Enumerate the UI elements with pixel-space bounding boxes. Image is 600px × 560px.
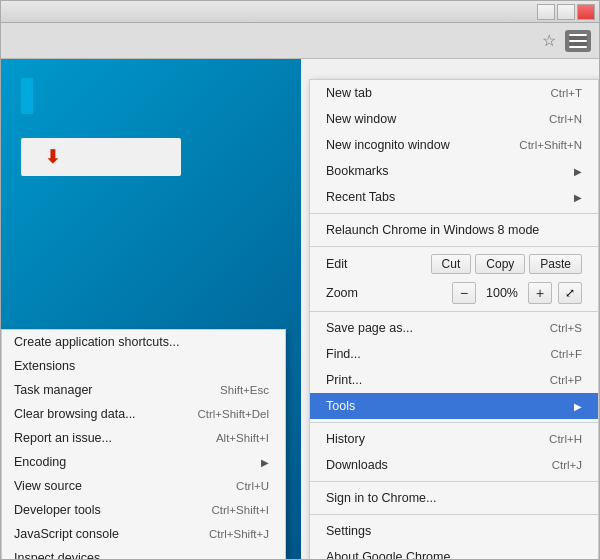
menu-item-shortcut-print: Ctrl+P — [550, 374, 582, 386]
ad-headline — [21, 79, 281, 114]
browser-window: ☆ ⬇ SAAP — [0, 0, 600, 560]
menu-item-bookmarks[interactable]: Bookmarks — [310, 158, 598, 184]
submenu-shortcut-2: Shift+Esc — [220, 384, 269, 396]
submenu-shortcut-8: Ctrl+Shift+J — [209, 528, 269, 540]
submenu-shortcut-4: Alt+Shift+I — [216, 432, 269, 444]
menu-separator-sep6 — [310, 514, 598, 515]
submenu-label-2: Task manager — [14, 383, 93, 397]
submenu-item-7[interactable]: Developer toolsCtrl+Shift+I — [2, 498, 285, 522]
hamburger-icon — [569, 34, 587, 48]
title-bar — [1, 1, 599, 23]
menu-item-label-recent-tabs: Recent Tabs — [326, 190, 395, 204]
menu-item-save-page[interactable]: Save page as...Ctrl+S — [310, 315, 598, 341]
edit-label: Edit — [326, 257, 348, 271]
submenu-item-4[interactable]: Report an issue...Alt+Shift+I — [2, 426, 285, 450]
menu-item-shortcut-history: Ctrl+H — [549, 433, 582, 445]
submenu-shortcut-6: Ctrl+U — [236, 480, 269, 492]
submenu-item-3[interactable]: Clear browsing data...Ctrl+Shift+Del — [2, 402, 285, 426]
chrome-main-menu: New tabCtrl+TNew windowCtrl+NNew incogni… — [309, 79, 599, 559]
menu-item-label-bookmarks: Bookmarks — [326, 164, 389, 178]
bookmark-star-icon[interactable]: ☆ — [539, 31, 559, 51]
content-area: ⬇ SAAP Create application shortcuts...Ex… — [1, 59, 599, 559]
submenu-item-0[interactable]: Create application shortcuts... — [2, 330, 285, 354]
submenu-item-6[interactable]: View sourceCtrl+U — [2, 474, 285, 498]
menu-item-label-new-tab: New tab — [326, 86, 372, 100]
submenu-label-6: View source — [14, 479, 82, 493]
restore-button[interactable] — [557, 4, 575, 20]
menu-item-shortcut-find: Ctrl+F — [550, 348, 582, 360]
menu-item-new-window[interactable]: New windowCtrl+N — [310, 106, 598, 132]
submenu-label-9: Inspect devices — [14, 551, 100, 559]
menu-item-label-history: History — [326, 432, 365, 446]
submenu-label-3: Clear browsing data... — [14, 407, 136, 421]
menu-item-shortcut-new-window: Ctrl+N — [549, 113, 582, 125]
menu-item-recent-tabs[interactable]: Recent Tabs — [310, 184, 598, 210]
menu-item-label-downloads: Downloads — [326, 458, 388, 472]
submenu-label-0: Create application shortcuts... — [14, 335, 179, 349]
edit-row: EditCutCopyPaste — [310, 250, 598, 278]
minimize-button[interactable] — [537, 4, 555, 20]
menu-item-label-sign-in: Sign in to Chrome... — [326, 491, 436, 505]
cut-button[interactable]: Cut — [431, 254, 472, 274]
menu-item-label-relaunch: Relaunch Chrome in Windows 8 mode — [326, 223, 539, 237]
download-button[interactable]: ⬇ — [21, 138, 181, 176]
submenu-label-5: Encoding — [14, 455, 66, 469]
menu-line-2 — [569, 40, 587, 42]
zoom-row: Zoom−100%+⤢ — [310, 278, 598, 308]
menu-item-label-tools: Tools — [326, 399, 355, 413]
download-arrow-icon: ⬇ — [45, 146, 60, 168]
submenu-item-list: Create application shortcuts...Extension… — [2, 330, 285, 559]
copy-button[interactable]: Copy — [475, 254, 525, 274]
menu-separator-sep5 — [310, 481, 598, 482]
submenu-label-8: JavaScript console — [14, 527, 119, 541]
menu-item-label-find: Find... — [326, 347, 361, 361]
edit-buttons: CutCopyPaste — [431, 254, 582, 274]
zoom-value: 100% — [482, 286, 522, 300]
menu-item-label-new-incognito: New incognito window — [326, 138, 450, 152]
menu-item-history[interactable]: HistoryCtrl+H — [310, 426, 598, 452]
menu-item-sign-in[interactable]: Sign in to Chrome... — [310, 485, 598, 511]
zoom-minus-button[interactable]: − — [452, 282, 476, 304]
submenu-item-9[interactable]: Inspect devices — [2, 546, 285, 559]
submenu-shortcut-3: Ctrl+Shift+Del — [197, 408, 269, 420]
tools-submenu: Create application shortcuts...Extension… — [1, 329, 286, 559]
menu-item-label-save-page: Save page as... — [326, 321, 413, 335]
paste-button[interactable]: Paste — [529, 254, 582, 274]
menu-item-label-about: About Google Chrome — [326, 550, 450, 559]
fullscreen-button[interactable]: ⤢ — [558, 282, 582, 304]
menu-line-1 — [569, 34, 587, 36]
menu-item-find[interactable]: Find...Ctrl+F — [310, 341, 598, 367]
submenu-item-5[interactable]: Encoding — [2, 450, 285, 474]
chrome-menu-button[interactable] — [565, 30, 591, 52]
menu-item-list: New tabCtrl+TNew windowCtrl+NNew incogni… — [310, 80, 598, 559]
submenu-label-4: Report an issue... — [14, 431, 112, 445]
close-button[interactable] — [577, 4, 595, 20]
menu-line-3 — [569, 46, 587, 48]
menu-separator-sep2 — [310, 246, 598, 247]
menu-separator-sep1 — [310, 213, 598, 214]
menu-item-label-settings: Settings — [326, 524, 371, 538]
menu-item-print[interactable]: Print...Ctrl+P — [310, 367, 598, 393]
submenu-item-8[interactable]: JavaScript consoleCtrl+Shift+J — [2, 522, 285, 546]
submenu-item-2[interactable]: Task managerShift+Esc — [2, 378, 285, 402]
menu-item-relaunch[interactable]: Relaunch Chrome in Windows 8 mode — [310, 217, 598, 243]
ad-headline-deals — [21, 78, 33, 114]
menu-item-about[interactable]: About Google Chrome — [310, 544, 598, 559]
zoom-plus-button[interactable]: + — [528, 282, 552, 304]
menu-item-shortcut-save-page: Ctrl+S — [550, 322, 582, 334]
menu-item-settings[interactable]: Settings — [310, 518, 598, 544]
menu-separator-sep3 — [310, 311, 598, 312]
submenu-item-1[interactable]: Extensions — [2, 354, 285, 378]
zoom-label: Zoom — [326, 286, 446, 300]
menu-item-shortcut-new-tab: Ctrl+T — [550, 87, 582, 99]
menu-item-label-new-window: New window — [326, 112, 396, 126]
menu-item-downloads[interactable]: DownloadsCtrl+J — [310, 452, 598, 478]
menu-item-label-print: Print... — [326, 373, 362, 387]
menu-item-tools[interactable]: Tools — [310, 393, 598, 419]
menu-item-shortcut-new-incognito: Ctrl+Shift+N — [519, 139, 582, 151]
menu-item-new-tab[interactable]: New tabCtrl+T — [310, 80, 598, 106]
nav-bar: ☆ — [1, 23, 599, 59]
menu-item-new-incognito[interactable]: New incognito windowCtrl+Shift+N — [310, 132, 598, 158]
menu-separator-sep4 — [310, 422, 598, 423]
submenu-shortcut-7: Ctrl+Shift+I — [211, 504, 269, 516]
